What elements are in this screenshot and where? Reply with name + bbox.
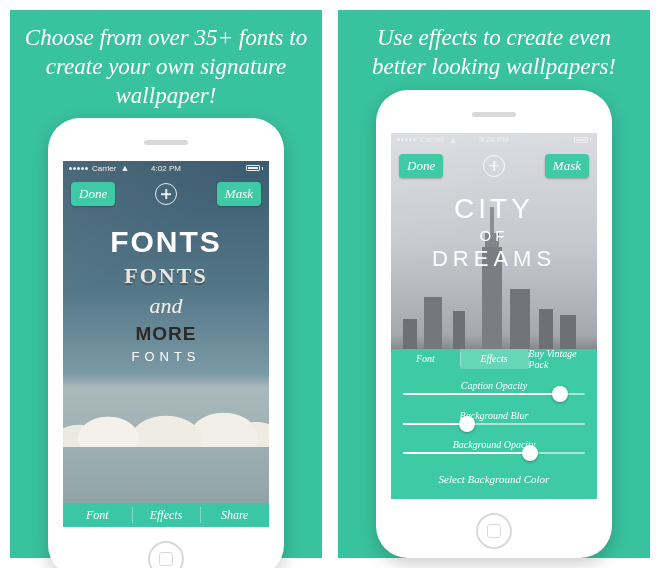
battery-icon	[574, 137, 591, 143]
tab-effects[interactable]: Effects	[132, 503, 201, 527]
caption-line: MORE	[63, 323, 269, 345]
signal-dots-icon	[69, 167, 88, 170]
caption-stack[interactable]: FONTS FONTS and MORE FONTS	[63, 221, 269, 368]
caption-line: FONTS	[63, 263, 269, 289]
slider-background-blur[interactable]: Background Blur	[403, 410, 585, 425]
tab-font[interactable]: Font	[63, 503, 132, 527]
add-icon[interactable]	[483, 155, 505, 177]
app-screen: Carrier ▲ 9:26 PM Done Mask CITY OF DREA…	[391, 133, 597, 499]
phone-mockup: Carrier ▲ 9:26 PM Done Mask CITY OF DREA…	[376, 90, 612, 559]
effects-panel: Font Effects Buy Vintage Pack Caption Op…	[391, 349, 597, 499]
slider-background-opacity[interactable]: Background Opacity	[403, 439, 585, 454]
phone-speaker	[472, 112, 516, 117]
promo-panel-effects: Use effects to create even better lookin…	[338, 10, 650, 558]
headline: Choose from over 35+ fonts to create you…	[10, 24, 322, 118]
wifi-icon: ▲	[120, 163, 129, 173]
headline: Use effects to create even better lookin…	[338, 24, 650, 90]
slider-label: Background Opacity	[403, 439, 585, 450]
tab-font[interactable]: Font	[391, 349, 460, 369]
signal-dots-icon	[397, 138, 416, 141]
app-screen: Carrier ▲ 4:02 PM Done Mask FONTS FONTS …	[63, 161, 269, 527]
clock: 4:02 PM	[151, 164, 181, 173]
phone-speaker	[144, 140, 188, 145]
select-background-color-button[interactable]: Select Background Color	[403, 469, 585, 491]
tab-effects[interactable]: Effects	[460, 349, 529, 369]
mask-button[interactable]: Mask	[545, 154, 589, 178]
home-button[interactable]	[148, 541, 184, 568]
caption-line: DREAMS	[391, 246, 597, 272]
status-bar: Carrier ▲ 4:02 PM	[63, 161, 269, 175]
tab-share[interactable]: Share	[200, 503, 269, 527]
battery-icon	[246, 165, 263, 171]
effects-tabs: Font Effects Buy Vintage Pack	[391, 349, 597, 369]
done-button[interactable]: Done	[399, 154, 443, 178]
promo-panel-fonts: Choose from over 35+ fonts to create you…	[10, 10, 322, 558]
phone-mockup: Carrier ▲ 4:02 PM Done Mask FONTS FONTS …	[48, 118, 284, 568]
slider-caption-opacity[interactable]: Caption Opacity	[403, 380, 585, 395]
caption-line: and	[63, 293, 269, 319]
wifi-icon: ▲	[448, 135, 457, 145]
caption-line: FONTS	[63, 225, 269, 259]
caption-line: OF	[391, 227, 597, 244]
done-button[interactable]: Done	[71, 182, 115, 206]
caption-line: FONTS	[63, 349, 269, 364]
tab-buy-vintage[interactable]: Buy Vintage Pack	[528, 349, 597, 369]
status-bar: Carrier ▲ 9:26 PM	[391, 133, 597, 147]
home-button[interactable]	[476, 513, 512, 549]
caption-line: CITY	[391, 193, 597, 225]
mask-button[interactable]: Mask	[217, 182, 261, 206]
bottom-tabs: Font Effects Share	[63, 503, 269, 527]
caption-stack[interactable]: CITY OF DREAMS	[391, 193, 597, 272]
clock: 9:26 PM	[479, 135, 509, 144]
carrier-label: Carrier	[92, 164, 116, 173]
carrier-label: Carrier	[420, 135, 444, 144]
top-toolbar: Done Mask	[391, 151, 597, 181]
slider-label: Background Blur	[403, 410, 585, 421]
top-toolbar: Done Mask	[63, 179, 269, 209]
add-icon[interactable]	[155, 183, 177, 205]
